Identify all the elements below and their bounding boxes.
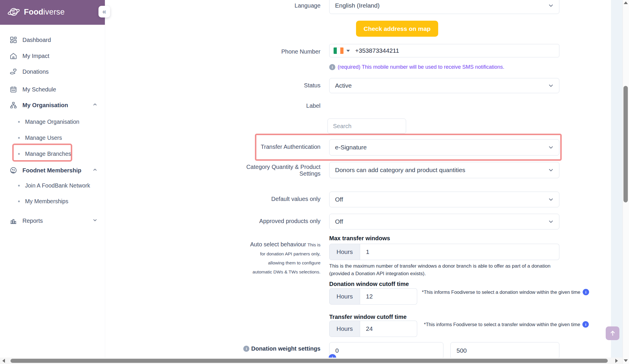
scroll-to-top-button[interactable] (606, 326, 619, 340)
sidebar-item-label: Reports (22, 218, 43, 224)
donation-weight-max-input[interactable]: 500 (450, 342, 559, 359)
donation-cutoff-note: *This informs Foodiverse to select a don… (422, 289, 589, 295)
language-select[interactable]: English (Ireland) (329, 0, 559, 14)
label-search-input[interactable] (327, 119, 406, 134)
sidebar-item-my-schedule[interactable]: My Schedule (0, 86, 105, 93)
status-selected-value: Active (335, 82, 352, 89)
sidebar: Foodiverse « Dashboard My Impact (0, 0, 105, 358)
sidebar-item-label: Donations (22, 68, 49, 75)
transfer-cutoff-heading: Transfer window cutoff time (329, 314, 407, 320)
sidebar-item-manage-branches[interactable]: Manage Branches (0, 151, 105, 157)
hours-unit-prefix: Hours (329, 321, 360, 337)
max-transfer-windows-helper: This is the maximum number of transfer w… (329, 262, 561, 278)
membership-face-icon (10, 167, 17, 174)
chevron-down-icon[interactable] (92, 217, 98, 224)
bullet-icon (18, 121, 20, 123)
info-icon[interactable]: i (583, 289, 589, 295)
donation-cutoff-note-text: *This informs Foodiverse to select a don… (422, 289, 580, 295)
hours-unit-prefix: Hours (329, 288, 360, 305)
auto-select-title: Auto select behaviour (250, 241, 306, 248)
page-background-strip (611, 0, 623, 358)
transfer-cutoff-input[interactable]: 24 (360, 321, 417, 337)
bar-chart-icon (10, 217, 17, 225)
sidebar-item-my-memberships[interactable]: My Memberships (0, 198, 105, 205)
donation-cutoff-input[interactable]: 12 (360, 288, 417, 305)
phone-value: +353873344211 (355, 47, 399, 54)
sidebar-item-join-foodbank-network[interactable]: Join A FoodBank Network (0, 182, 105, 189)
phone-label: Phone Number (281, 48, 320, 55)
approved-products-value: Off (335, 218, 343, 225)
scrollbar-down-arrow[interactable] (624, 359, 628, 362)
check-address-button[interactable]: Check address on map (356, 21, 438, 37)
status-select[interactable]: Active (329, 78, 559, 93)
bullet-icon (18, 137, 20, 139)
sidebar-item-foodnet-membership[interactable]: Foodnet Membership (0, 167, 105, 174)
bullet-icon (18, 185, 20, 186)
sidebar-item-label: My Organisation (22, 102, 68, 109)
sidebar-subitem-label: Manage Organisation (25, 119, 79, 125)
default-values-select[interactable]: Off (329, 192, 559, 207)
planet-logo-icon (7, 5, 20, 19)
sidebar-item-manage-organisation[interactable]: Manage Organisation (0, 119, 105, 125)
chevron-down-icon (547, 82, 554, 89)
chevron-down-icon (547, 2, 554, 9)
language-label: Language (295, 2, 320, 9)
max-transfer-windows-input[interactable]: 1 (360, 244, 559, 260)
chevron-down-icon (547, 167, 554, 174)
approved-products-label: Approved products only (259, 218, 320, 225)
max-transfer-windows-input-group[interactable]: Hours 1 (329, 244, 559, 260)
transfer-cutoff-input-group[interactable]: Hours 24 (329, 321, 417, 337)
hours-unit-prefix: Hours (329, 244, 360, 260)
brand-logo: Foodiverse (7, 5, 65, 19)
category-settings-label: Category Quantity & Product Settings (239, 164, 320, 177)
sidebar-item-label: Foodnet Membership (22, 167, 81, 174)
sidebar-item-manage-users[interactable]: Manage Users (0, 135, 105, 141)
transfer-cutoff-note: *This informs Foodiverse to select a tra… (424, 321, 589, 328)
ireland-flag-icon[interactable] (334, 47, 343, 54)
default-values-label: Default values only (271, 196, 320, 202)
brand-name: Foodiverse (24, 8, 65, 17)
approved-products-select[interactable]: Off (329, 214, 559, 229)
vertical-scrollbar-thumb[interactable] (623, 86, 628, 202)
home-icon (10, 52, 17, 60)
sidebar-item-donations[interactable]: Donations (0, 68, 105, 75)
chevron-up-icon[interactable] (92, 102, 98, 109)
donation-hand-heart-icon (10, 68, 17, 75)
bullet-icon (18, 200, 20, 202)
scrollbar-up-arrow[interactable] (624, 1, 628, 4)
info-icon[interactable]: i (243, 346, 249, 352)
transfer-authentication-value: e-Signature (335, 144, 367, 151)
transfer-cutoff-note-text: *This informs Foodiverse to select a tra… (424, 322, 580, 327)
donation-cutoff-input-group[interactable]: Hours 12 (329, 288, 417, 305)
chevron-down-icon (547, 218, 554, 225)
chevron-up-icon[interactable] (92, 167, 98, 174)
sidebar-item-dashboard[interactable]: Dashboard (0, 36, 105, 44)
scrollbar-right-arrow[interactable] (615, 359, 618, 363)
transfer-authentication-select[interactable]: e-Signature (329, 139, 559, 156)
chevron-down-icon (547, 196, 554, 203)
label-row-label: Label (306, 103, 320, 109)
category-settings-select[interactable]: Donors can add category and product quan… (329, 162, 559, 178)
org-chart-icon (10, 101, 17, 109)
collapse-chevrons-icon: « (102, 8, 106, 16)
sidebar-item-my-organisation[interactable]: My Organisation (0, 101, 105, 109)
max-transfer-windows-heading: Max transfer windows (329, 235, 390, 242)
flag-caret-icon (346, 50, 350, 52)
scrollbar-left-arrow[interactable] (2, 359, 5, 363)
sidebar-item-reports[interactable]: Reports (0, 217, 105, 225)
donation-weight-label: i Donation weight settings (243, 345, 320, 352)
sidebar-item-my-impact[interactable]: My Impact (0, 52, 105, 60)
sidebar-subitem-label: Manage Users (25, 135, 62, 141)
info-icon[interactable]: i (582, 321, 589, 328)
phone-input[interactable]: +353873344211 (329, 44, 559, 57)
sidebar-subitem-label: Manage Branches (25, 151, 71, 157)
donation-weight-min-input[interactable]: 0 (329, 342, 443, 359)
sidebar-collapse-button[interactable]: « (98, 6, 110, 17)
horizontal-scrollbar-thumb[interactable] (10, 359, 608, 363)
sidebar-subitem-label: My Memberships (25, 198, 68, 205)
donation-cutoff-heading: Donation window cutoff time (329, 281, 409, 287)
sidebar-item-label: My Impact (22, 53, 49, 59)
phone-helper-text: (required) This mobile number will be us… (338, 64, 504, 70)
auto-select-behaviour-label: Auto select behaviour This is for donati… (248, 240, 320, 276)
bullet-icon (18, 153, 20, 155)
